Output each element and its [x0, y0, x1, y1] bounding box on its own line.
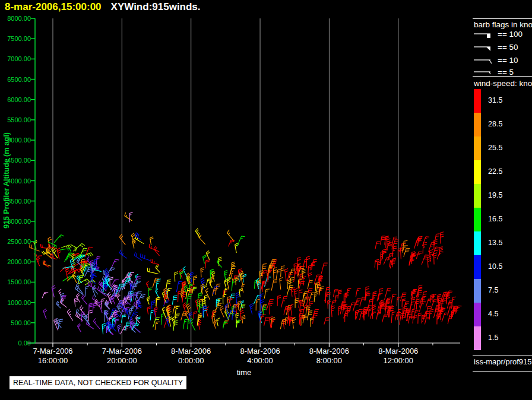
colorbar-tick-label: 16.5 — [488, 215, 502, 223]
barb-legend-label: == 100 — [498, 30, 522, 39]
colorbar-tick-label: 19.5 — [488, 191, 502, 199]
colorbar-title: wind-speed: knots — [474, 79, 532, 88]
barb-legend-title: barb flags in knots — [474, 20, 532, 29]
colorbar-segment — [474, 136, 481, 160]
y-tick-label: 7000.00 — [1, 55, 31, 62]
colorbar-tick-label: 7.5 — [488, 286, 498, 294]
colorbar-segment — [474, 208, 481, 231]
y-tick-label: 1500.00 — [1, 278, 31, 285]
x-tick-label: 8-Mar-20064:00:00 — [221, 347, 299, 366]
x-tick-time: 0:00:00 — [153, 356, 230, 366]
x-tick-date: 7-Mar-2006 — [14, 347, 91, 356]
colorbar-segment — [474, 89, 481, 113]
colorbar-tick-label: 28.5 — [488, 120, 502, 128]
barb-symbol-icon — [474, 55, 494, 65]
source-top-divider — [473, 355, 532, 355]
colorbar-segment — [474, 231, 481, 255]
colorbar-tick-label: 25.5 — [488, 144, 502, 152]
x-tick-date: 8-Mar-2006 — [153, 347, 230, 356]
wind-profiler-window: 8-mar-2006,15:00:00XYWind:915winds. 8000… — [0, 0, 532, 400]
x-axis-title: time — [220, 368, 268, 377]
barb-legend-label: == 10 — [498, 56, 518, 65]
quality-disclaimer-banner: REAL-TIME DATA, NOT CHECKED FOR QUALITY — [10, 376, 186, 389]
x-tick-date: 7-Mar-2006 — [83, 347, 160, 356]
y-tick-label: 6500.00 — [1, 76, 31, 83]
x-tick-date: 8-Mar-2006 — [290, 347, 368, 356]
legend-mid-divider — [473, 76, 532, 77]
source-bottom-divider — [473, 371, 532, 372]
colorbar-tick-label: 22.5 — [488, 167, 502, 176]
x-tick-time: 8:00:00 — [290, 356, 368, 366]
x-tick-label: 7-Mar-200616:00:00 — [14, 347, 91, 366]
y-tick-label: 8000.00 — [1, 15, 31, 22]
x-tick-date: 8-Mar-2006 — [360, 347, 437, 356]
colorbar-tick-label: 13.5 — [488, 239, 502, 247]
x-tick-date: 8-Mar-2006 — [221, 347, 299, 356]
y-tick-label: 2500.00 — [1, 238, 31, 245]
x-tick-label: 8-Mar-20060:00:00 — [153, 347, 230, 366]
y-axis-title: 915 Profiler Altitude (m agl) — [2, 132, 11, 228]
x-tick-label: 8-Mar-200612:00:00 — [360, 347, 437, 366]
colorbar-segment — [474, 255, 481, 279]
colorbar-segment — [474, 303, 481, 326]
x-tick-label: 7-Mar-200620:00:00 — [83, 347, 160, 366]
barb-symbol-icon — [474, 42, 494, 52]
barb-legend-label: == 50 — [498, 43, 518, 52]
colorbar-tick-label: 1.5 — [488, 334, 498, 342]
y-tick-label: 6000.00 — [1, 96, 31, 103]
y-tick-label: 500.00 — [1, 319, 31, 326]
y-tick-label: 1000.00 — [1, 299, 31, 306]
data-source-label: iss-mapr/prof915h — [474, 357, 532, 366]
y-tick-label: 2000.00 — [1, 258, 31, 265]
colorbar-segment — [474, 279, 481, 303]
y-tick-label: 5500.00 — [1, 116, 31, 123]
colorbar-tick-label: 10.5 — [488, 262, 502, 271]
colorbar-segment — [474, 160, 481, 184]
wind-barb-chart-canvas — [0, 0, 532, 400]
y-tick-label: 7500.00 — [1, 35, 31, 42]
barb-symbol-icon — [474, 28, 494, 39]
colorbar-segment — [474, 326, 481, 350]
x-tick-label: 8-Mar-20068:00:00 — [290, 347, 368, 366]
colorbar-tick-label: 31.5 — [488, 96, 502, 104]
y-tick-label: 0.00 — [1, 339, 31, 347]
barb-legend-item: == 10 — [474, 55, 518, 65]
legend-top-divider — [473, 18, 532, 19]
barb-legend-item: == 50 — [474, 42, 518, 52]
x-tick-time: 16:00:00 — [14, 356, 91, 366]
colorbar-segment — [474, 184, 481, 208]
x-tick-time: 12:00:00 — [360, 356, 437, 366]
colorbar-segment — [474, 113, 481, 136]
x-tick-time: 4:00:00 — [221, 356, 299, 366]
colorbar-tick-label: 4.5 — [488, 310, 498, 318]
x-tick-time: 20:00:00 — [83, 356, 160, 366]
barb-legend-label: == 5 — [498, 68, 514, 77]
barb-legend-item: == 100 — [474, 28, 522, 39]
wind-barbs-layer — [30, 212, 462, 335]
